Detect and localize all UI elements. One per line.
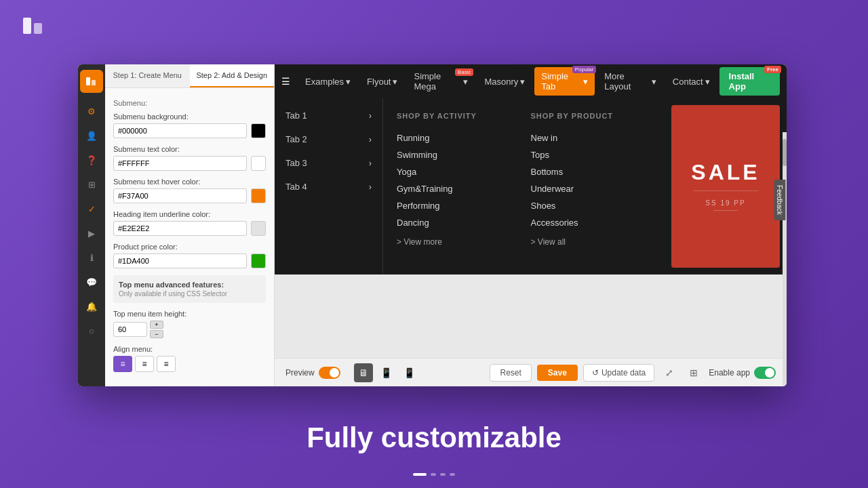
- height-row: Top menu item height: + −: [113, 310, 266, 338]
- app-window: ⚙ 👤 ❓ ⊞ ✓ ▶ ℹ 💬 🔔 ○ Step 1: Create Menu …: [78, 64, 787, 386]
- price-color-swatch[interactable]: [251, 253, 266, 268]
- submenu-text-label: Submenu text color:: [113, 145, 266, 153]
- link-tops[interactable]: Tops: [531, 146, 652, 163]
- sidebar-icon-user[interactable]: ○: [81, 321, 102, 341]
- feedback-tab[interactable]: Feedback: [774, 180, 786, 220]
- sidebar-icon-info[interactable]: ℹ: [81, 247, 102, 268]
- nav-simple-tab[interactable]: Simple Tab ▾ Popular: [534, 67, 595, 96]
- align-label: Align menu:: [113, 345, 266, 353]
- price-color-label: Product price color:: [113, 243, 266, 251]
- link-bottoms[interactable]: Bottoms: [531, 163, 652, 180]
- advanced-subtitle: Only available if using CSS Selector: [119, 290, 260, 298]
- mega-tab-4[interactable]: Tab 4 ›: [275, 175, 382, 199]
- update-icon: ↺: [592, 368, 599, 378]
- sidebar-icon-grid[interactable]: ⊞: [81, 174, 102, 195]
- submenu-text-swatch[interactable]: [251, 156, 266, 171]
- tablet-view-icon[interactable]: 📱: [377, 363, 396, 382]
- mega-promo-banner[interactable]: SALE SS 19 PP ————: [671, 105, 780, 268]
- preview-label: Preview: [285, 368, 315, 378]
- submenu-bg-input[interactable]: [113, 123, 247, 138]
- height-decrement[interactable]: −: [150, 330, 163, 338]
- desktop-view-icon[interactable]: 🖥: [354, 363, 373, 382]
- submenu-hover-row: Submenu text hover color:: [113, 178, 266, 203]
- link-underwear[interactable]: Underwear: [531, 180, 652, 197]
- promo-divider: [693, 190, 758, 191]
- save-button[interactable]: Save: [537, 365, 578, 381]
- heading-underline-row: Heading item underline color:: [113, 210, 266, 236]
- link-view-more[interactable]: > View more: [397, 234, 517, 250]
- app-brand-icon[interactable]: [80, 70, 103, 93]
- height-label: Top menu item height:: [113, 310, 266, 318]
- extra-icon-2[interactable]: ⊞: [684, 363, 703, 382]
- promo-details: SS 19 PP: [705, 199, 745, 207]
- dot-3[interactable]: [440, 473, 446, 476]
- sidebar-icon-help[interactable]: ❓: [81, 150, 102, 170]
- navbar: ☰ Examples ▾ Flyout ▾ Simple Mega ▾ Basi…: [275, 64, 787, 98]
- advanced-section: Top menu advanced features: Only availab…: [113, 275, 266, 303]
- dot-2[interactable]: [431, 473, 436, 476]
- nav-flyout[interactable]: Flyout ▾: [360, 73, 404, 91]
- height-input[interactable]: [113, 322, 147, 337]
- link-gym[interactable]: Gym&Training: [397, 180, 517, 197]
- link-swimming[interactable]: Swimming: [397, 146, 517, 163]
- sidebar-icon-profile[interactable]: 👤: [81, 125, 102, 146]
- view-icons: 🖥 📱 📱: [354, 363, 419, 382]
- link-shoes[interactable]: Shoes: [531, 197, 652, 214]
- svg-rect-0: [23, 18, 31, 34]
- svg-rect-1: [34, 23, 42, 34]
- nav-simple-mega[interactable]: Simple Mega ▾ Basic: [407, 67, 475, 96]
- enable-app-switch[interactable]: [754, 367, 776, 379]
- sidebar-icon-check[interactable]: ✓: [81, 199, 102, 219]
- column-product-title: Shop by product: [531, 112, 652, 120]
- heading-underline-input[interactable]: [113, 221, 247, 236]
- update-button[interactable]: ↺ Update data: [583, 364, 654, 382]
- link-yoga[interactable]: Yoga: [397, 163, 517, 180]
- height-increment[interactable]: +: [150, 321, 163, 329]
- dot-1[interactable]: [413, 473, 427, 476]
- sidebar-icon-settings[interactable]: ⚙: [81, 101, 102, 121]
- reset-button[interactable]: Reset: [490, 364, 531, 382]
- submenu-hover-swatch[interactable]: [251, 188, 266, 203]
- preview-switch[interactable]: [319, 367, 340, 379]
- app-logo: [20, 12, 47, 44]
- nav-examples[interactable]: Examples ▾: [298, 73, 357, 91]
- mega-column-activity: Shop by activity Running Swimming Yoga G…: [397, 112, 517, 261]
- nav-masonry[interactable]: Masonry ▾: [477, 73, 532, 91]
- submenu-hover-input[interactable]: [113, 188, 247, 203]
- nav-install-app[interactable]: Install App Free: [719, 67, 780, 96]
- nav-contact[interactable]: Contact ▾: [666, 73, 717, 91]
- submenu-bg-swatch[interactable]: [251, 123, 266, 138]
- link-accessories[interactable]: Accessories: [531, 214, 652, 231]
- align-left-button[interactable]: ≡: [113, 356, 132, 372]
- sidebar-icon-support[interactable]: 💬: [81, 272, 102, 292]
- scrollbar[interactable]: [783, 132, 787, 386]
- price-color-input[interactable]: [113, 253, 247, 268]
- extra-icon-1[interactable]: ⤢: [660, 363, 679, 382]
- heading-underline-swatch[interactable]: [251, 221, 266, 236]
- mega-tab-2[interactable]: Tab 2 ›: [275, 127, 382, 151]
- mobile-view-icon[interactable]: 📱: [400, 363, 419, 382]
- align-right-button[interactable]: ≡: [157, 356, 176, 372]
- tab-add-design[interactable]: Step 2: Add & Design: [190, 64, 275, 87]
- preview-toggle: Preview: [285, 367, 340, 379]
- mega-tab-1[interactable]: Tab 1 ›: [275, 104, 382, 127]
- link-running[interactable]: Running: [397, 129, 517, 146]
- sidebar-icon-tutorial[interactable]: ▶: [81, 223, 102, 243]
- badge-free: Free: [764, 66, 781, 73]
- hamburger-icon[interactable]: ☰: [281, 76, 290, 87]
- nav-more-layout[interactable]: More Layout ▾: [597, 67, 663, 96]
- link-performing[interactable]: Performing: [397, 197, 517, 214]
- align-center-button[interactable]: ≡: [135, 356, 154, 372]
- mega-tab-3[interactable]: Tab 3 ›: [275, 151, 382, 175]
- enable-app-label: Enable app: [709, 368, 750, 378]
- link-new-in[interactable]: New in: [531, 129, 652, 146]
- page-heading: Fully customizable: [307, 422, 561, 454]
- link-view-all[interactable]: > View all: [531, 234, 652, 250]
- dot-indicators: [413, 473, 455, 476]
- tab-create-menu[interactable]: Step 1: Create Menu: [105, 64, 190, 87]
- link-dancing[interactable]: Dancing: [397, 214, 517, 231]
- sidebar-icon-bell[interactable]: 🔔: [81, 296, 102, 317]
- dot-4[interactable]: [450, 473, 455, 476]
- submenu-text-input[interactable]: [113, 156, 247, 171]
- submenu-hover-label: Submenu text hover color:: [113, 178, 266, 186]
